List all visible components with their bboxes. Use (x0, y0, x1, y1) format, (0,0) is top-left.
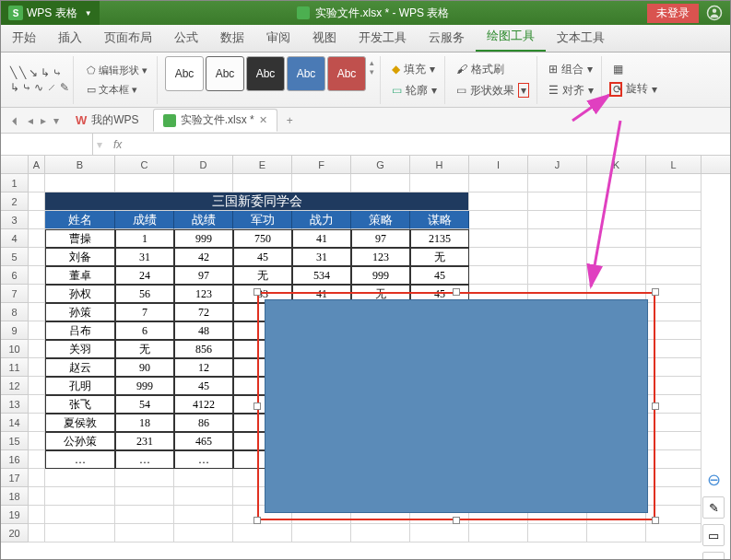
row-header[interactable]: 13 (1, 395, 29, 414)
align-button[interactable]: ☰对齐 ▾ (545, 81, 597, 100)
user-icon[interactable] (706, 5, 723, 21)
gallery-scroll[interactable]: ▴▾ (368, 56, 376, 104)
row-header[interactable]: 10 (1, 340, 29, 358)
cell[interactable] (45, 469, 115, 487)
row-header[interactable]: 18 (1, 487, 29, 506)
fill-button[interactable]: ◆填充 ▾ (388, 60, 441, 79)
cell[interactable] (29, 192, 45, 211)
resize-handle-n[interactable] (453, 288, 460, 296)
cell[interactable] (174, 524, 233, 542)
edit-shape-button[interactable]: ⬠ 编辑形状 ▾ (81, 62, 153, 79)
cell[interactable] (410, 174, 469, 192)
row-header[interactable]: 12 (1, 377, 29, 395)
cell[interactable] (29, 248, 45, 266)
row-header[interactable]: 2 (1, 192, 29, 211)
cell[interactable] (469, 229, 528, 248)
cell[interactable] (587, 229, 646, 248)
namebox-dropdown-icon[interactable]: ▾ (93, 138, 106, 151)
cell[interactable]: 41 (292, 229, 351, 248)
cell[interactable]: 姓名 (45, 211, 115, 229)
tab-insert[interactable]: 插入 (47, 24, 93, 52)
fx-icon[interactable]: fx (106, 138, 129, 151)
cell[interactable]: 孙权 (45, 285, 115, 303)
cell[interactable]: 孔明 (45, 377, 115, 395)
nav-prev-icon[interactable]: ◂ (25, 112, 36, 129)
connector-icon[interactable]: ⤷ (22, 81, 31, 94)
cell[interactable]: 张飞 (45, 395, 115, 414)
cell[interactable] (45, 174, 115, 192)
tab-data[interactable]: 数据 (209, 24, 255, 52)
cell[interactable] (233, 174, 292, 192)
tab-view[interactable]: 视图 (301, 24, 348, 52)
cell[interactable] (29, 450, 45, 469)
cell[interactable]: 90 (115, 358, 174, 377)
cell[interactable]: 无 (233, 266, 292, 285)
cell[interactable]: 2135 (410, 229, 469, 248)
cell[interactable] (410, 524, 469, 542)
inserted-rectangle-shape[interactable] (265, 299, 648, 513)
tab-layout[interactable]: 页面布局 (93, 24, 163, 52)
cell[interactable] (29, 229, 45, 248)
cell[interactable] (115, 487, 174, 506)
cell[interactable] (29, 414, 45, 432)
tab-text-tools[interactable]: 文本工具 (546, 24, 616, 52)
cell[interactable] (587, 192, 646, 211)
cell[interactable]: 18 (115, 414, 174, 432)
column-header[interactable]: J (528, 156, 587, 173)
cell[interactable] (174, 487, 233, 506)
spreadsheet-grid[interactable]: ABCDEFGHIJKL 12三国新委同学会3姓名成绩战绩军功战力策略谋略4曹操… (1, 156, 730, 560)
cell[interactable] (646, 524, 702, 542)
tool-outline[interactable]: ▭ (702, 524, 725, 546)
style-preset-2[interactable]: Abc (206, 56, 244, 91)
row-header[interactable]: 7 (1, 285, 29, 303)
select-all-corner[interactable] (1, 156, 29, 173)
cell[interactable] (469, 248, 528, 266)
freeform-icon[interactable]: ⟋ (46, 81, 57, 94)
cell[interactable]: 231 (115, 432, 174, 450)
cell[interactable]: 123 (351, 248, 410, 266)
cell[interactable] (469, 211, 528, 229)
tool-fill[interactable]: ✎ (702, 496, 725, 519)
app-logo[interactable]: S WPS 表格 ▼ (1, 1, 100, 25)
cell[interactable] (174, 174, 233, 192)
arrow-icon[interactable]: ↘ (29, 66, 38, 79)
cell[interactable]: 董卓 (45, 266, 115, 285)
cell[interactable]: 孙策 (45, 303, 115, 321)
resize-handle-se[interactable] (652, 517, 659, 524)
cell[interactable] (351, 174, 410, 192)
format-painter-button[interactable]: 🖌格式刷 (453, 60, 533, 79)
group-button[interactable]: ⊞组合 ▾ (545, 60, 597, 79)
cell[interactable]: 999 (351, 266, 410, 285)
cell[interactable] (469, 524, 528, 542)
cell[interactable] (587, 524, 646, 542)
nav-first-icon[interactable]: ⏴ (6, 112, 23, 129)
cell[interactable] (646, 192, 702, 211)
cell[interactable]: 夏侯敦 (45, 414, 115, 432)
cell[interactable] (29, 432, 45, 450)
cell[interactable] (646, 174, 702, 192)
connector-icon[interactable]: ↳ (10, 81, 19, 94)
resize-handle-sw[interactable] (253, 517, 261, 524)
cell[interactable]: 48 (174, 321, 233, 340)
cell[interactable] (469, 266, 528, 285)
cell[interactable] (469, 192, 528, 211)
row-header[interactable]: 9 (1, 321, 29, 340)
outline-button[interactable]: ▭轮廓 ▾ (388, 81, 441, 100)
cell[interactable]: 关羽 (45, 340, 115, 358)
resize-handle-s[interactable] (453, 517, 460, 524)
cell[interactable]: 12 (174, 358, 233, 377)
cell[interactable] (528, 266, 587, 285)
cell[interactable]: 45 (174, 377, 233, 395)
scribble-icon[interactable]: ✎ (60, 81, 69, 94)
rotate-button[interactable]: ⟳旋转 ▾ (609, 79, 661, 99)
cell[interactable]: 31 (292, 248, 351, 266)
cell[interactable] (29, 321, 45, 340)
cell[interactable]: 公孙策 (45, 432, 115, 450)
doctab-file[interactable]: 实验文件.xlsx * ✕ (153, 109, 277, 132)
cell[interactable]: 534 (292, 266, 351, 285)
cell[interactable] (646, 248, 702, 266)
tab-review[interactable]: 审阅 (255, 24, 301, 52)
cell[interactable] (29, 303, 45, 321)
cell[interactable] (292, 174, 351, 192)
column-header[interactable]: G (351, 156, 410, 173)
